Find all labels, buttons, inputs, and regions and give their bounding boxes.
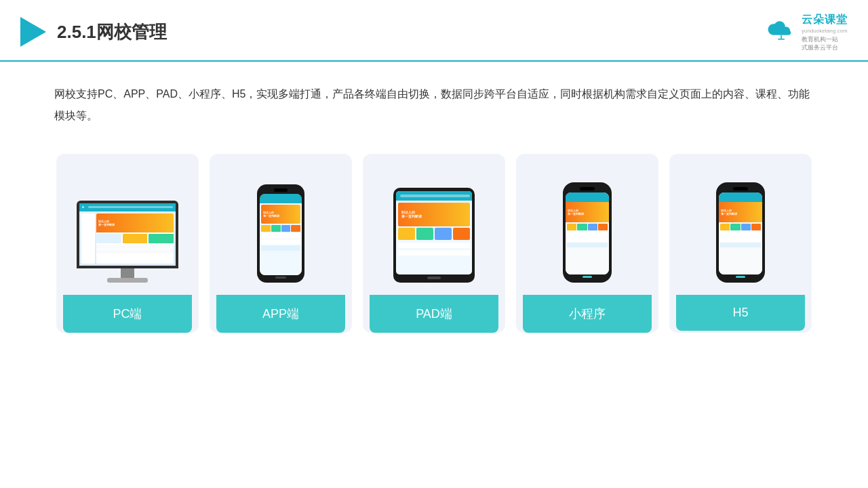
header: 2.5.1网校管理 云朵课堂 yunduoketang.com 教育机构一站式服… xyxy=(0,0,868,62)
logo-triangle-icon xyxy=(20,17,46,47)
header-left: 2.5.1网校管理 xyxy=(20,17,167,47)
page-title: 2.5.1网校管理 xyxy=(57,20,167,44)
header-right: 云朵课堂 yunduoketang.com 教育机构一站式服务云平台 xyxy=(765,12,848,52)
cloud-icon xyxy=(765,20,797,44)
brand-slogan: 教育机构一站式服务云平台 xyxy=(802,35,848,52)
brand-url: yunduoketang.com xyxy=(802,27,848,35)
app-phone-icon: 职达人的第一堂判断课 xyxy=(257,184,304,283)
h5-card: 职达人的第一堂判断课 xyxy=(669,154,812,333)
cards-section: 职达人的第一堂判断课 xyxy=(0,140,868,353)
brand-name: 云朵课堂 xyxy=(802,12,848,27)
h5-label: H5 xyxy=(676,295,805,331)
description-text: 网校支持PC、APP、PAD、小程序、H5，实现多端打通，产品各终端自由切换，数… xyxy=(0,62,868,140)
pc-image-area: 职达人的第一堂判断课 xyxy=(63,167,192,289)
pad-card: 职达人的第一堂判断课 PAD端 xyxy=(363,154,505,333)
miniapp-card: 职达人的第一堂判断课 xyxy=(516,154,658,333)
pad-tablet-icon: 职达人的第一堂判断课 xyxy=(393,188,475,283)
miniapp-image-area: 职达人的第一堂判断课 xyxy=(523,167,652,289)
brand-text: 云朵课堂 yunduoketang.com 教育机构一站式服务云平台 xyxy=(802,12,848,52)
pc-monitor-icon: 职达人的第一堂判断课 xyxy=(77,201,178,283)
miniapp-phone-icon: 职达人的第一堂判断课 xyxy=(563,182,612,283)
pad-label: PAD端 xyxy=(370,295,498,333)
pad-image-area: 职达人的第一堂判断课 xyxy=(370,167,498,289)
app-label: APP端 xyxy=(216,295,345,333)
pc-card: 职达人的第一堂判断课 xyxy=(56,154,199,333)
brand-logo: 云朵课堂 yunduoketang.com 教育机构一站式服务云平台 xyxy=(765,12,848,52)
app-image-area: 职达人的第一堂判断课 xyxy=(216,167,345,289)
app-card: 职达人的第一堂判断课 APP端 xyxy=(210,154,352,333)
h5-image-area: 职达人的第一堂判断课 xyxy=(676,167,805,289)
h5-phone-icon: 职达人的第一堂判断课 xyxy=(716,182,765,283)
pc-label: PC端 xyxy=(63,295,192,333)
miniapp-label: 小程序 xyxy=(523,295,652,333)
